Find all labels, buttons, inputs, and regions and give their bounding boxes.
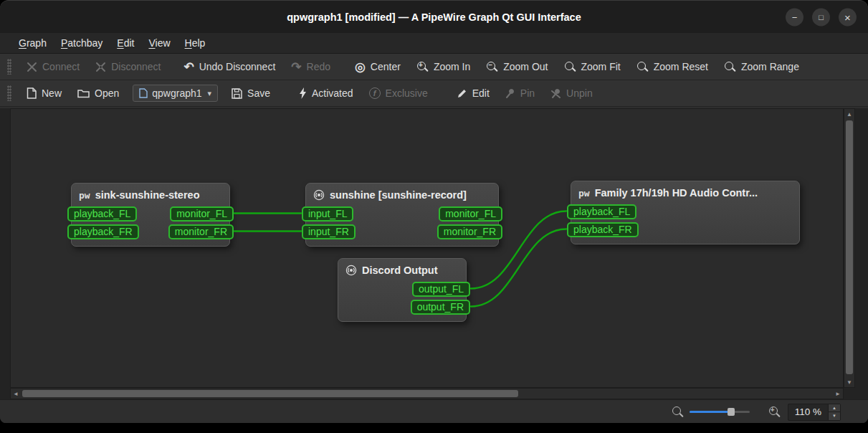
- redo-label: Redo: [307, 61, 330, 72]
- menubar: Graph Patchbay Edit View Help: [0, 33, 868, 54]
- zoom-value[interactable]: 110 %: [788, 404, 828, 420]
- zoom-out-icon: −: [486, 61, 498, 73]
- port-input[interactable]: input_FL: [302, 206, 353, 222]
- scroll-left-arrow[interactable]: ◄: [11, 389, 21, 399]
- zoom-in-label: Zoom In: [434, 61, 470, 72]
- file-toolbar: New Open qpwgraph1 ▾ Save Activated f Ex…: [0, 80, 868, 107]
- node-discord-output[interactable]: Discord Output output_FL output_FR: [338, 258, 467, 322]
- window-controls: − □ ×: [786, 8, 857, 26]
- activated-button[interactable]: Activated: [294, 85, 358, 102]
- port-input[interactable]: playback_FR: [567, 222, 639, 237]
- zoom-spinbox[interactable]: 110 % ▲ ▼: [788, 404, 841, 421]
- node-header: Discord Output: [338, 259, 466, 282]
- chevron-down-icon: ▾: [208, 89, 212, 98]
- zoom-range-button[interactable]: Zoom Range: [719, 58, 804, 76]
- menu-view[interactable]: View: [141, 35, 177, 51]
- new-label: New: [42, 87, 62, 99]
- save-button[interactable]: Save: [226, 85, 275, 102]
- disconnect-button[interactable]: Disconnect: [90, 58, 166, 75]
- zoom-in-mini-icon[interactable]: +: [768, 406, 781, 418]
- save-label: Save: [247, 87, 270, 99]
- node-sunshine-record[interactable]: sunshine [sunshine-record] input_FL inpu…: [305, 183, 499, 247]
- zoom-reset-button[interactable]: Zoom Reset: [631, 58, 713, 76]
- graph-canvas[interactable]: pw sink-sunshine-stereo playback_FL play…: [10, 108, 844, 388]
- close-icon: ×: [844, 11, 851, 22]
- pin-label: Pin: [520, 87, 535, 99]
- zoom-slider[interactable]: [690, 406, 750, 418]
- horizontal-scrollbar[interactable]: ◄ ►: [10, 388, 844, 399]
- open-button[interactable]: Open: [72, 85, 124, 102]
- port-input[interactable]: input_FR: [302, 224, 356, 239]
- node-sink-sunshine-stereo[interactable]: pw sink-sunshine-stereo playback_FL play…: [71, 183, 230, 247]
- connection-wires[interactable]: [11, 109, 844, 389]
- spin-down-button[interactable]: ▼: [829, 412, 840, 420]
- zoom-reset-label: Zoom Reset: [654, 61, 708, 72]
- zoom-out-button[interactable]: − Zoom Out: [481, 58, 553, 76]
- port-output[interactable]: monitor_FR: [168, 224, 234, 239]
- scroll-right-arrow[interactable]: ►: [833, 389, 843, 399]
- zoom-fit-button[interactable]: Zoom Fit: [559, 58, 626, 76]
- node-header: sunshine [sunshine-record]: [306, 184, 498, 206]
- zoom-out-mini-icon[interactable]: [672, 406, 684, 418]
- node-title: sink-sunshine-stereo: [95, 189, 200, 201]
- zoom-slider-handle[interactable]: [728, 408, 735, 416]
- exclusive-icon: f: [369, 87, 381, 99]
- zoom-in-button[interactable]: + Zoom In: [411, 58, 475, 76]
- window-title: qpwgraph1 [modified] — A PipeWire Graph …: [287, 11, 581, 23]
- scroll-down-arrow[interactable]: ▼: [844, 377, 854, 387]
- session-combobox-value: qpwgraph1: [152, 87, 201, 99]
- stream-icon: [313, 189, 325, 201]
- zoom-fit-label: Zoom Fit: [581, 61, 621, 72]
- node-family-hd-audio[interactable]: pw Family 17h/19h HD Audio Contr... play…: [571, 181, 800, 244]
- vertical-scrollbar[interactable]: ▲ ▼: [844, 108, 855, 388]
- menu-patchbay[interactable]: Patchbay: [54, 35, 110, 51]
- port-input[interactable]: playback_FL: [67, 206, 137, 222]
- zoom-in-icon: +: [416, 61, 429, 73]
- new-button[interactable]: New: [22, 85, 67, 102]
- toolbar-drag-handle[interactable]: [7, 85, 11, 101]
- unpin-button[interactable]: Unpin: [545, 85, 598, 102]
- node-title: Family 17h/19h HD Audio Contr...: [595, 187, 758, 199]
- close-button[interactable]: ×: [839, 8, 857, 26]
- spin-up-button[interactable]: ▲: [829, 404, 840, 413]
- edit-button[interactable]: Edit: [452, 85, 495, 102]
- zoom-reset-icon: [636, 61, 649, 73]
- session-combobox[interactable]: qpwgraph1 ▾: [133, 85, 218, 102]
- menu-help[interactable]: Help: [178, 35, 213, 51]
- port-output[interactable]: output_FR: [411, 300, 470, 315]
- zoom-range-label: Zoom Range: [741, 61, 799, 72]
- toolbar-drag-handle[interactable]: [7, 59, 11, 75]
- undo-disconnect-button[interactable]: ↶ Undo Disconnect: [178, 58, 280, 76]
- port-input[interactable]: playback_FL: [567, 204, 636, 219]
- node-header: pw sink-sunshine-stereo: [72, 184, 229, 206]
- connect-button[interactable]: Connect: [22, 58, 85, 75]
- port-output[interactable]: monitor_FL: [170, 206, 234, 222]
- menu-graph[interactable]: Graph: [11, 35, 54, 51]
- disconnect-icon: [95, 62, 106, 72]
- statusbar: + 110 % ▲ ▼: [0, 399, 868, 423]
- scroll-up-arrow[interactable]: ▲: [844, 109, 854, 119]
- redo-button[interactable]: ↷ Redo: [286, 58, 335, 76]
- maximize-button[interactable]: □: [812, 8, 830, 26]
- port-output[interactable]: output_FL: [412, 282, 470, 297]
- open-folder-icon: [77, 88, 90, 98]
- pin-button[interactable]: Pin: [500, 85, 540, 102]
- stream-icon: [345, 265, 357, 276]
- exclusive-label: Exclusive: [386, 87, 428, 99]
- titlebar[interactable]: qpwgraph1 [modified] — A PipeWire Graph …: [0, 1, 868, 33]
- port-output[interactable]: monitor_FL: [439, 206, 502, 222]
- lightning-icon: [299, 87, 307, 99]
- menu-edit[interactable]: Edit: [110, 35, 141, 51]
- minimize-button[interactable]: −: [786, 8, 803, 26]
- vertical-scrollbar-thumb[interactable]: [846, 120, 853, 374]
- horizontal-scrollbar-thumb[interactable]: [22, 390, 518, 397]
- graph-toolbar: Connect Disconnect ↶ Undo Disconnect ↷ R…: [0, 54, 868, 80]
- edit-label: Edit: [472, 87, 490, 99]
- exclusive-button[interactable]: f Exclusive: [364, 85, 433, 102]
- session-file-icon: [139, 88, 148, 98]
- center-button[interactable]: ◎ Center: [350, 58, 406, 76]
- port-output[interactable]: monitor_FR: [437, 224, 502, 239]
- port-input[interactable]: playback_FR: [67, 224, 139, 239]
- node-header: pw Family 17h/19h HD Audio Contr...: [571, 181, 799, 204]
- pipewire-icon: pw: [79, 190, 90, 201]
